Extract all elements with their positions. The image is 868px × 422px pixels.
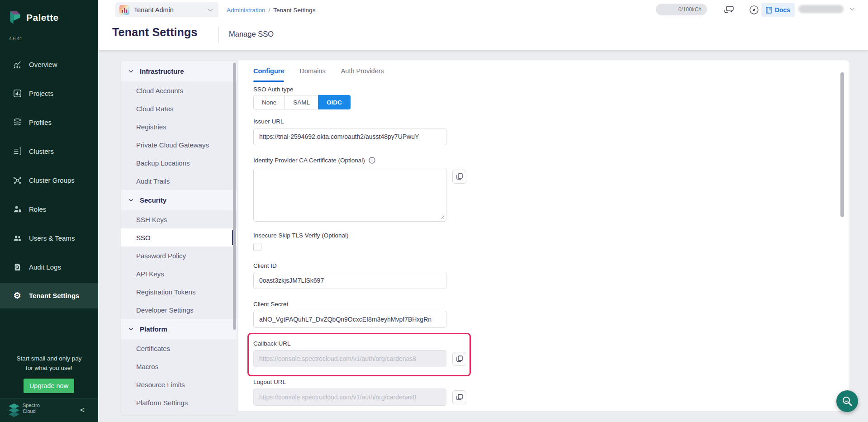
sidebar-item-users-teams[interactable]: Users & Teams <box>0 225 98 251</box>
compass-icon <box>749 5 759 15</box>
project-selector[interactable]: Tenant Admin <box>115 2 218 17</box>
help-search-fab[interactable] <box>836 390 858 412</box>
sidebar-item-profiles[interactable]: Profiles <box>0 109 98 135</box>
sidebar-item-tenant-settings[interactable]: ⚙ Tenant Settings <box>0 283 98 308</box>
sso-tabs: Configure Domains Auth Providers <box>253 65 384 82</box>
menu-item-resource-limits[interactable]: Resource Limits <box>121 375 237 394</box>
upgrade-now-button[interactable]: Upgrade now <box>24 379 74 393</box>
ca-certificate-textarea[interactable] <box>253 168 446 222</box>
copy-icon <box>456 173 463 180</box>
menu-item-developer-settings[interactable]: Developer Settings <box>121 301 237 319</box>
breadcrumb-current: Tenant Settings <box>273 7 315 14</box>
brand-logo: Palette <box>9 10 59 25</box>
settings-menu-scrollbar[interactable] <box>233 63 236 330</box>
overview-icon <box>13 60 22 69</box>
docs-button[interactable]: Docs <box>761 3 795 17</box>
primary-sidebar: Palette 4.6.41 Overview Projects Profile… <box>0 0 98 422</box>
breadcrumb: Administration / Tenant Settings <box>227 0 315 20</box>
section-security[interactable]: Security <box>121 190 237 210</box>
sidebar-item-audit-logs[interactable]: Audit Logs <box>0 254 98 280</box>
menu-item-password-policy[interactable]: Password Policy <box>121 247 237 265</box>
menu-item-private-cloud-gateways[interactable]: Private Cloud Gateways <box>121 136 237 154</box>
tab-auth-providers[interactable]: Auth Providers <box>341 65 384 82</box>
book-icon <box>766 7 772 14</box>
sidebar-collapse-button[interactable]: < <box>78 405 87 416</box>
menu-item-sso[interactable]: SSO <box>121 228 237 247</box>
client-secret-label: Client Secret <box>253 301 288 308</box>
menu-item-backup-locations[interactable]: Backup Locations <box>121 154 237 172</box>
sidebar-item-projects[interactable]: Projects <box>0 81 98 106</box>
auth-type-none-button[interactable]: None <box>253 95 285 109</box>
issuer-url-label: Issuer URL <box>253 118 284 125</box>
menu-item-ssh-keys[interactable]: SSH Keys <box>121 210 237 228</box>
user-menu-chevron-icon[interactable] <box>849 7 855 11</box>
menu-item-api-keys[interactable]: API Keys <box>121 265 237 283</box>
client-id-input[interactable] <box>253 272 446 289</box>
info-icon[interactable] <box>369 157 375 164</box>
ca-certificate-label: Identity Provider CA Certificate (Option… <box>253 157 375 164</box>
callback-url-input[interactable] <box>253 350 446 367</box>
menu-item-certificates[interactable]: Certificates <box>121 339 237 357</box>
breadcrumb-administration-link[interactable]: Administration <box>227 7 266 14</box>
tab-domains[interactable]: Domains <box>299 65 325 82</box>
projects-icon <box>13 89 22 98</box>
clusters-icon <box>13 147 22 156</box>
sidebar-item-label: Profiles <box>29 119 52 126</box>
sso-configure-panel: Configure Domains Auth Providers SSO Aut… <box>238 60 849 411</box>
section-infrastructure[interactable]: Infrastructure <box>121 61 237 81</box>
upgrade-promo-text: Start small and only pay for what you us… <box>0 354 98 373</box>
project-selector-label: Tenant Admin <box>134 6 208 14</box>
sidebar-item-label: Audit Logs <box>29 263 61 271</box>
cluster-groups-icon <box>13 176 22 185</box>
menu-item-cloud-rates[interactable]: Cloud Rates <box>121 100 237 118</box>
menu-item-registration-tokens[interactable]: Registration Tokens <box>121 283 237 301</box>
menu-item-audit-trails[interactable]: Audit Trails <box>121 172 237 190</box>
chevron-down-icon <box>208 8 213 12</box>
menu-item-platform-settings[interactable]: Platform Settings <box>121 394 237 412</box>
roles-icon <box>13 205 22 214</box>
sidebar-item-clusters[interactable]: Clusters <box>0 138 98 164</box>
logout-url-label: Logout URL <box>253 379 286 385</box>
copy-icon <box>456 394 463 401</box>
sidebar-item-cluster-groups[interactable]: Cluster Groups <box>0 167 98 193</box>
feedback-chat-button[interactable] <box>723 4 735 16</box>
auth-type-oidc-button[interactable]: OIDC <box>318 95 351 109</box>
top-bar: Tenant Admin Administration / Tenant Set… <box>98 0 868 50</box>
chevron-down-icon <box>128 70 133 73</box>
content-scrollbar[interactable] <box>840 72 844 217</box>
page-title: Tenant Settings <box>112 26 198 39</box>
sidebar-item-overview[interactable]: Overview <box>0 52 98 77</box>
auth-type-saml-button[interactable]: SAML <box>285 95 318 109</box>
breadcrumb-separator: / <box>269 7 270 14</box>
explore-button[interactable] <box>748 4 760 16</box>
sso-auth-type-label: SSO Auth type <box>253 86 294 93</box>
sidebar-item-roles[interactable]: Roles <box>0 196 98 222</box>
settings-menu: Infrastructure Cloud Accounts Cloud Rate… <box>121 61 237 415</box>
issuer-url-input[interactable] <box>253 128 446 145</box>
copy-ca-certificate-button[interactable] <box>452 170 466 184</box>
sidebar-item-label: Roles <box>29 205 46 213</box>
sidebar-item-label: Cluster Groups <box>29 176 75 184</box>
copy-logout-url-button[interactable] <box>452 390 466 404</box>
copy-callback-url-button[interactable] <box>452 352 466 366</box>
sidebar-item-label: Projects <box>29 90 53 97</box>
redacted-username[interactable] <box>798 5 844 13</box>
logout-url-input[interactable] <box>253 389 446 406</box>
client-secret-input[interactable] <box>253 311 446 328</box>
menu-item-registries[interactable]: Registries <box>121 118 237 136</box>
chevron-down-icon <box>128 199 133 202</box>
profiles-icon <box>13 118 22 127</box>
tenant-admin-icon <box>119 5 129 15</box>
sidebar-item-label: Clusters <box>29 147 54 155</box>
audit-logs-icon <box>13 263 22 272</box>
section-platform[interactable]: Platform <box>121 319 237 339</box>
brand-name: Palette <box>26 12 59 23</box>
menu-item-cloud-accounts[interactable]: Cloud Accounts <box>121 81 237 100</box>
tab-configure[interactable]: Configure <box>253 65 284 82</box>
chevron-down-icon <box>128 327 133 331</box>
menu-item-macros[interactable]: Macros <box>121 357 237 375</box>
page-subtitle: Manage SSO <box>229 30 274 38</box>
sso-auth-type-toggle: None SAML OIDC <box>253 95 351 109</box>
palette-logo-icon <box>9 10 22 25</box>
skip-tls-checkbox[interactable] <box>253 243 261 251</box>
